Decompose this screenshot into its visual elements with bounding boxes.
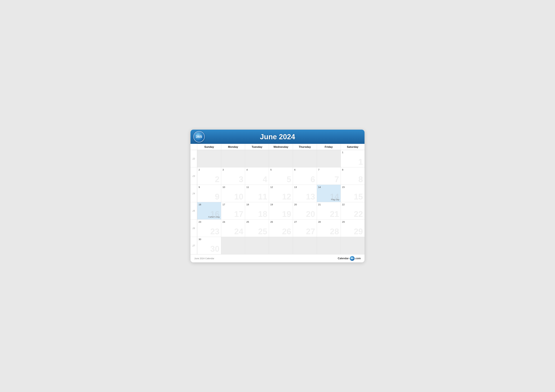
cal-day-13: 1313 [293, 185, 317, 202]
cell-watermark: 21 [330, 210, 339, 218]
day-header-thursday: Thursday [293, 144, 317, 150]
cal-day-11: 1111 [245, 185, 269, 202]
cal-day-12: 1212 [269, 185, 293, 202]
day-header-monday: Monday [221, 144, 245, 150]
cal-day-empty [245, 237, 269, 254]
cell-watermark: 20 [306, 210, 315, 218]
cell-date-num: 25 [246, 221, 268, 223]
cal-day-empty [245, 150, 269, 167]
cell-date-num: 4 [246, 168, 268, 171]
days-header: SundayMondayTuesdayWednesdayThursdayFrid… [190, 144, 365, 150]
cal-day-5: 55 [269, 167, 293, 185]
cal-day-4: 44 [245, 167, 269, 185]
calendar-footer: June 2024 Calendar Calendar- 365 .com [190, 254, 365, 262]
cell-date-num: 29 [342, 221, 363, 223]
footer-label: June 2024 Calendar [194, 257, 214, 260]
cell-watermark: 5 [287, 175, 291, 183]
cal-day-25: 2525 [245, 220, 269, 237]
calendar-grid: 2211232233445566778824991010111112121313… [190, 150, 365, 254]
cell-event: Father's Day [208, 216, 220, 218]
cell-date-num: 12 [270, 186, 292, 188]
cell-watermark: 23 [210, 227, 219, 235]
cell-watermark: 26 [282, 227, 291, 235]
cell-date-num: 7 [318, 168, 339, 171]
cell-date-num: 22 [342, 203, 363, 206]
cell-date-num: 3 [222, 168, 244, 171]
calendar-container: 365 June 2024 SundayMondayTuesdayWednesd… [190, 130, 365, 262]
cal-day-26: 2626 [269, 220, 293, 237]
week-num-23: 23 [190, 167, 197, 185]
cell-date-num: 26 [270, 221, 292, 223]
calendar-title: June 2024 [260, 132, 295, 141]
cell-watermark: 11 [258, 192, 267, 201]
cell-watermark: 27 [306, 227, 315, 235]
cell-watermark: 9 [215, 192, 219, 201]
cell-date-num: 9 [198, 186, 220, 188]
cell-watermark: 22 [354, 210, 363, 218]
cal-day-empty [293, 237, 317, 254]
cell-watermark: 10 [234, 192, 243, 201]
cell-date-num: 1 [342, 151, 363, 154]
cell-watermark: 13 [306, 192, 315, 201]
day-header-friday: Friday [317, 144, 341, 150]
week-num-26: 26 [190, 220, 197, 237]
week-num-27: 27 [190, 237, 197, 254]
cal-day-2: 22 [197, 167, 221, 185]
calendar-header: 365 June 2024 [190, 130, 365, 144]
cell-watermark: 2 [215, 175, 219, 183]
cal-day-empty [269, 150, 293, 167]
cell-date-num: 28 [318, 221, 339, 223]
cell-date-num: 16 [198, 203, 220, 206]
cal-day-29: 2929 [341, 220, 365, 237]
cell-watermark: 7 [335, 175, 339, 183]
cal-day-30: 3030 [197, 237, 221, 254]
cell-date-num: 14 [318, 186, 339, 188]
cal-day-9: 99 [197, 185, 221, 202]
cell-watermark: 8 [358, 175, 363, 183]
cell-date-num: 21 [318, 203, 339, 206]
cell-watermark: 3 [239, 175, 243, 183]
cal-day-21: 2121 [317, 202, 341, 220]
cell-watermark: 15 [354, 192, 363, 201]
cal-day-empty [317, 237, 341, 254]
cell-date-num: 24 [222, 221, 244, 223]
cell-date-num: 8 [342, 168, 363, 171]
cell-date-num: 2 [198, 168, 220, 171]
footer-brand: Calendar- 365 .com [338, 256, 361, 261]
day-header-sunday: Sunday [197, 144, 221, 150]
cell-watermark: 28 [330, 227, 339, 235]
cell-date-num: 15 [342, 186, 363, 188]
cell-date-num: 11 [246, 186, 268, 188]
cell-date-num: 30 [198, 238, 220, 241]
cell-watermark: 12 [282, 192, 291, 201]
cal-day-1: 11 [341, 150, 365, 167]
cell-watermark: 6 [311, 175, 315, 183]
cal-day-17: 1717 [221, 202, 245, 220]
cell-watermark: 19 [282, 210, 291, 218]
cell-watermark: 4 [263, 175, 267, 183]
cal-day-6: 66 [293, 167, 317, 185]
cell-date-num: 23 [198, 221, 220, 223]
cal-day-16: 1616Father's Day [197, 202, 221, 220]
cal-day-14: 1414Flag Day [317, 185, 341, 202]
cell-event: Flag Day [331, 198, 339, 201]
footer-brand-pre: Calendar- [338, 257, 350, 260]
cell-date-num: 19 [270, 203, 292, 206]
footer-logo-badge: 365 [350, 256, 355, 261]
logo-text: 365 [196, 135, 202, 139]
day-header-saturday: Saturday [341, 144, 365, 150]
cell-date-num: 17 [222, 203, 244, 206]
day-header-wednesday: Wednesday [269, 144, 293, 150]
cell-watermark: 29 [354, 227, 363, 235]
cal-day-empty [221, 237, 245, 254]
cell-date-num: 20 [294, 203, 315, 206]
cal-day-22: 2222 [341, 202, 365, 220]
cal-day-empty [221, 150, 245, 167]
cell-watermark: 18 [258, 210, 267, 218]
cell-date-num: 5 [270, 168, 292, 171]
cal-day-8: 88 [341, 167, 365, 185]
cal-day-27: 2727 [293, 220, 317, 237]
cell-watermark: 25 [258, 227, 267, 235]
cal-day-empty [197, 150, 221, 167]
cal-day-28: 2828 [317, 220, 341, 237]
